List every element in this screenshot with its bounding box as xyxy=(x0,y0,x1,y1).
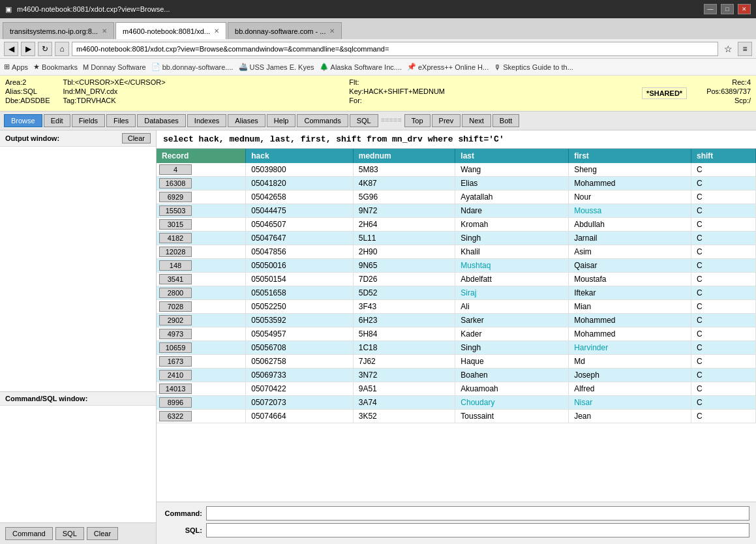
record-button[interactable]: 2800 xyxy=(159,288,192,298)
key-label: Key:HACK+SHIFT+MEDNUM xyxy=(349,87,622,95)
output-clear-button[interactable]: Clear xyxy=(122,133,151,144)
info-shared: *SHARED* xyxy=(635,78,693,108)
record-button[interactable]: 15503 xyxy=(159,205,192,216)
record-button[interactable]: 7028 xyxy=(159,301,192,312)
record-button[interactable]: 4973 xyxy=(159,329,192,339)
minimize-btn[interactable]: — xyxy=(704,4,717,14)
title-text: m4600-notebook:8081/xdot.cxp?view=Browse… xyxy=(17,5,170,13)
record-button[interactable]: 148 xyxy=(159,260,192,271)
sql-left-button[interactable]: SQL xyxy=(55,527,84,540)
address-bar[interactable] xyxy=(72,42,718,56)
tab-2[interactable]: m4600-notebook:8081/xd... ✕ xyxy=(115,22,226,39)
record-button[interactable]: 3541 xyxy=(159,274,192,284)
cell-last: Choudary xyxy=(455,396,569,410)
record-button[interactable]: 2410 xyxy=(159,370,192,380)
close-btn[interactable]: ✕ xyxy=(738,4,751,14)
record-button[interactable]: 8996 xyxy=(159,397,192,408)
bookmark-star[interactable]: ☆ xyxy=(721,42,735,56)
record-button[interactable]: 6322 xyxy=(159,411,192,421)
aliases-button[interactable]: Aliases xyxy=(228,114,265,127)
cell-mednum: 5H84 xyxy=(353,327,455,341)
files-button[interactable]: Files xyxy=(106,114,136,127)
output-header: Output window: Clear xyxy=(0,130,156,147)
command-input-row: Command: xyxy=(163,506,749,521)
bookmark-bookmarks[interactable]: ★ Bookmarks xyxy=(33,63,78,71)
help-button[interactable]: Help xyxy=(267,114,296,127)
record-button[interactable]: 16308 xyxy=(159,178,192,189)
bookmarks-label: Bookmarks xyxy=(42,63,78,71)
indexes-button[interactable]: Indexes xyxy=(187,114,227,127)
cell-last: Singh xyxy=(455,341,569,355)
cell-record: 3541 xyxy=(157,273,246,286)
bookmark-uss[interactable]: 🚢 USS James E. Kyes xyxy=(239,63,314,71)
record-button[interactable]: 10659 xyxy=(159,342,192,353)
databases-button[interactable]: Databases xyxy=(137,114,186,127)
bookmark-alaska[interactable]: 🌲 Alaska Software Inc.... xyxy=(320,63,402,71)
sql-input[interactable] xyxy=(206,523,749,537)
back-btn[interactable]: ◀ xyxy=(4,42,18,56)
bookmark-express[interactable]: 📌 eXpress++ Online H... xyxy=(407,63,489,71)
cell-record: 2800 xyxy=(157,286,246,300)
commands-button[interactable]: Commands xyxy=(297,114,348,127)
command-button[interactable]: Command xyxy=(5,527,53,540)
cell-shift: C xyxy=(691,273,756,286)
record-button[interactable]: 12028 xyxy=(159,247,192,257)
cell-record: 15503 xyxy=(157,204,246,218)
cell-hack: 05050154 xyxy=(246,273,354,286)
col-shift: shift xyxy=(691,149,756,163)
table-container[interactable]: Record hack mednum last first shift 4050… xyxy=(157,149,756,502)
cell-first: Moussa xyxy=(569,204,691,218)
sql-button[interactable]: SQL xyxy=(350,114,378,127)
tab-1-close[interactable]: ✕ xyxy=(102,27,107,35)
next-button[interactable]: Next xyxy=(462,114,491,127)
record-button[interactable]: 14013 xyxy=(159,384,192,394)
cell-record: 8996 xyxy=(157,396,246,410)
bookmark-bb[interactable]: 📄 bb.donnay-software.... xyxy=(151,63,234,71)
info-middle: Tbl:<CURSOR>XÈ</CURSOR> Ind:MN_DRV.cdx T… xyxy=(63,78,336,108)
prev-button[interactable]: Prev xyxy=(432,114,461,127)
record-button[interactable]: 2902 xyxy=(159,315,192,325)
menu-btn[interactable]: ≡ xyxy=(738,42,752,56)
table-row: 148050500169N65MushtaqQaisarC xyxy=(157,259,756,273)
tab-1-label: transitsystems.no-ip.org:8... xyxy=(10,27,98,35)
tab-bar: transitsystems.no-ip.org:8... ✕ m4600-no… xyxy=(0,18,756,39)
tab-2-close[interactable]: ✕ xyxy=(214,27,219,35)
bott-button[interactable]: Bott xyxy=(492,114,520,127)
top-button[interactable]: Top xyxy=(404,114,431,127)
cell-first: Jean xyxy=(569,410,691,423)
bookmark-skeptics[interactable]: 🎙 Skeptics Guide to th... xyxy=(494,63,573,71)
cell-first: Mian xyxy=(569,300,691,314)
bookmark-apps[interactable]: ⊞ Apps xyxy=(4,63,28,71)
info-left: Area:2 Alias:SQL Dbe:ADSDBE xyxy=(5,78,50,108)
bookmarks-bar: ⊞ Apps ★ Bookmarks M Donnay Software 📄 b… xyxy=(0,59,756,76)
edit-button[interactable]: Edit xyxy=(44,114,70,127)
cell-hack: 05070422 xyxy=(246,382,354,396)
tab-3-close[interactable]: ✕ xyxy=(329,27,335,35)
col-hack: hack xyxy=(246,149,354,163)
tab-1[interactable]: transitsystems.no-ip.org:8... ✕ xyxy=(3,22,114,39)
reload-btn[interactable]: ↻ xyxy=(38,42,52,56)
record-button[interactable]: 4182 xyxy=(159,233,192,243)
command-input[interactable] xyxy=(206,506,749,521)
record-button[interactable]: 1673 xyxy=(159,356,192,367)
sql-input-label: SQL: xyxy=(163,526,202,534)
home-btn[interactable]: ⌂ xyxy=(55,42,69,56)
record-button[interactable]: 4 xyxy=(159,164,192,175)
cell-last: Haque xyxy=(455,355,569,369)
browse-button[interactable]: Browse xyxy=(4,114,42,127)
record-button[interactable]: 6929 xyxy=(159,192,192,202)
table-row: 15503050444759N72NdareMoussaC xyxy=(157,204,756,218)
fields-button[interactable]: Fields xyxy=(72,114,105,127)
bookmark-donnay[interactable]: M Donnay Software xyxy=(83,63,146,71)
cell-first: Moustafa xyxy=(569,273,691,286)
maximize-btn[interactable]: □ xyxy=(721,4,734,14)
cell-hack: 05046507 xyxy=(246,218,354,232)
cell-mednum: 5G96 xyxy=(353,190,455,204)
cell-mednum: 2H90 xyxy=(353,245,455,259)
cell-shift: C xyxy=(691,341,756,355)
title-bar: ▣ m4600-notebook:8081/xdot.cxp?view=Brow… xyxy=(0,0,756,18)
forward-btn[interactable]: ▶ xyxy=(21,42,35,56)
record-button[interactable]: 3015 xyxy=(159,219,192,230)
tab-3[interactable]: bb.donnay-software.com - ... ✕ xyxy=(228,22,342,39)
clear-left-button[interactable]: Clear xyxy=(87,527,118,540)
